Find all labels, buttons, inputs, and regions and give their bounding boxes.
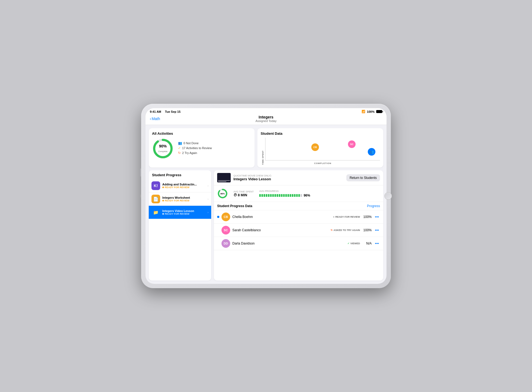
student-pct-cb: 100%: [362, 215, 372, 219]
side-button[interactable]: [140, 194, 141, 198]
status-icon-dd: ✓: [347, 242, 350, 245]
spd-title: Student Progress Data: [217, 204, 252, 208]
seg8: [274, 194, 276, 197]
avg-progress-label: AVG PROGRESS: [259, 190, 380, 192]
seg14: [287, 194, 289, 197]
battery-label: 100%: [367, 110, 375, 113]
seg2: [261, 194, 263, 197]
status-time: 9:41 AM: [150, 110, 161, 113]
student-row-sc: SC Sarah Castelblanco ↻ ASKED TO TRY AGA…: [214, 224, 383, 237]
stat-review: ✓ 17 Activities to Review: [178, 146, 212, 150]
progress-percent: 96%: [304, 194, 310, 197]
student-data-card: Student Data TIME SPENT CB SC 👥 CO: [257, 128, 383, 168]
seg7: [272, 194, 274, 197]
status-dot-adding: [162, 187, 164, 188]
nav-title: Integers Assigned Today: [255, 115, 276, 123]
student-status-cb: ● READY FOR REVIEW: [333, 216, 360, 218]
stat-review-text: 17 Activities to Review: [182, 146, 212, 150]
activity-status-worksheet: READY FOR REVIEW: [162, 199, 205, 202]
seg5: [268, 194, 270, 197]
all-activities-title: All Activities: [152, 131, 251, 136]
activity-info-adding: Adding and Subtractin... READY FOR REVIE…: [162, 183, 205, 189]
video-type: QUICKTIME MOVIE (VIEW ONLY): [233, 174, 344, 177]
avg-time-block: AVG TIME SPENT ⏱ 8 MIN: [233, 190, 254, 197]
back-button[interactable]: ‹ Math: [150, 117, 160, 121]
seg16: [292, 194, 293, 197]
activities-content: 90% Complete 👥 0 Not Done ✓ 17 Ac: [152, 138, 251, 159]
status-icon-cb: ●: [333, 216, 334, 218]
video-info: QUICKTIME MOVIE (VIEW ONLY) Integers Vid…: [233, 174, 344, 181]
seg12: [283, 194, 285, 197]
right-panel: QUICKTIME MOVIE (VIEW ONLY) Integers Vid…: [214, 170, 383, 281]
stat-not-done-text: 0 Not Done: [183, 142, 199, 145]
chart-area: CB SC 👥 COMPLETION: [265, 138, 380, 160]
stat-try-again-text: 2 Try Again: [182, 151, 197, 155]
seg9: [277, 194, 278, 197]
video-title: Integers Video Lesson: [233, 177, 344, 181]
stats-row: 86% AVG TIME SPENT ⏱ 8 MIN AVG PROGRESS: [214, 185, 383, 202]
activity-item-adding[interactable]: K! Adding and Subtractin... READY FOR RE…: [149, 179, 211, 192]
activity-item-worksheet[interactable]: 📄 Integers Worksheet READY FOR REVIEW ›: [149, 192, 211, 206]
student-dot-cb: CB: [311, 143, 319, 151]
return-to-students-button[interactable]: Return to Students: [346, 174, 380, 181]
retry-icon: ↻: [178, 151, 181, 155]
activity-status-video: READY FOR REVIEW: [162, 213, 205, 215]
status-dot-worksheet: [162, 200, 164, 201]
donut-chart: 90% Complete: [152, 138, 174, 159]
seg15: [290, 194, 291, 197]
student-name-sc: Sarah Castelblanco: [232, 228, 328, 232]
donut-percent: 90%: [158, 144, 167, 148]
student-data-title: Student Data: [261, 131, 380, 136]
left-panel: Student Progress K! Adding and Subtracti…: [149, 170, 211, 281]
spd-progress-link[interactable]: Progress: [367, 204, 380, 208]
student-progress-title: Student Progress: [149, 170, 211, 179]
student-name-cb: Chella Boehm: [232, 215, 331, 219]
checkmark-icon: ✓: [178, 146, 181, 150]
activity-list: K! Adding and Subtractin... READY FOR RE…: [149, 179, 211, 281]
spd-header: Student Progress Data Progress: [214, 202, 383, 210]
seg17: [294, 194, 296, 197]
student-group-icon: 👥: [368, 148, 375, 156]
activity-icon-adding: K!: [151, 181, 160, 190]
stats-list: 👥 0 Not Done ✓ 17 Activities to Review ↻…: [178, 141, 212, 156]
stat-not-done: 👥 0 Not Done: [178, 141, 212, 145]
student-online-dot-dd: [217, 242, 219, 245]
activity-icon-video: 📁: [151, 208, 160, 217]
more-options-cb[interactable]: •••: [374, 215, 380, 219]
seg6: [270, 194, 272, 197]
student-data-chart: TIME SPENT CB SC 👥 COMPLETION: [261, 138, 380, 165]
seg13: [285, 194, 287, 197]
student-status-dd: ✓ VIEWED: [347, 242, 360, 245]
all-activities-card: All Activities 90% Complete: [149, 128, 255, 168]
video-bar-2: [218, 181, 226, 182]
student-pct-dd: N/A: [362, 242, 372, 245]
chevron-right-icon-2: ›: [208, 198, 208, 201]
volume-button[interactable]: [140, 168, 141, 176]
student-name-dd: Darla Davidson: [232, 242, 345, 245]
activity-name-worksheet: Integers Worksheet: [162, 196, 205, 199]
home-button[interactable]: [384, 192, 392, 200]
more-options-dd[interactable]: •••: [374, 241, 380, 246]
group-icon: 👥: [178, 141, 182, 145]
avg-progress-block: AVG PROGRESS: [259, 190, 380, 197]
chevron-left-icon: ‹: [150, 117, 151, 121]
student-pct-sc: 100%: [362, 228, 372, 232]
page-title: Integers: [255, 115, 276, 119]
student-online-dot-cb: [217, 216, 219, 218]
video-header: QUICKTIME MOVIE (VIEW ONLY) Integers Vid…: [214, 170, 383, 185]
student-row-cb: CB Chella Boehm ● READY FOR REVIEW 100% …: [214, 210, 383, 224]
student-status-sc: ↻ ASKED TO TRY AGAIN: [331, 229, 360, 232]
activity-name-video: Integers Video Lesson: [162, 209, 205, 213]
clock-icon: ⏱: [233, 193, 237, 197]
avg-time-value: ⏱ 8 MIN: [233, 193, 254, 197]
ipad-screen: 9:41 AM Tue Sep 15 📶 100% ‹ Math Integer…: [145, 108, 387, 284]
student-avatar-cb: CB: [221, 213, 230, 221]
seg18: [296, 194, 298, 197]
activity-status-adding: READY FOR REVIEW: [162, 186, 205, 189]
bottom-row: Student Progress K! Adding and Subtracti…: [149, 170, 383, 281]
more-options-sc[interactable]: •••: [374, 228, 380, 232]
avg-time-label: AVG TIME SPENT: [233, 190, 254, 193]
seg1: [259, 194, 261, 197]
activity-item-video[interactable]: 📁 Integers Video Lesson READY FOR REVIEW…: [149, 206, 211, 219]
top-row: All Activities 90% Complete: [149, 128, 383, 168]
